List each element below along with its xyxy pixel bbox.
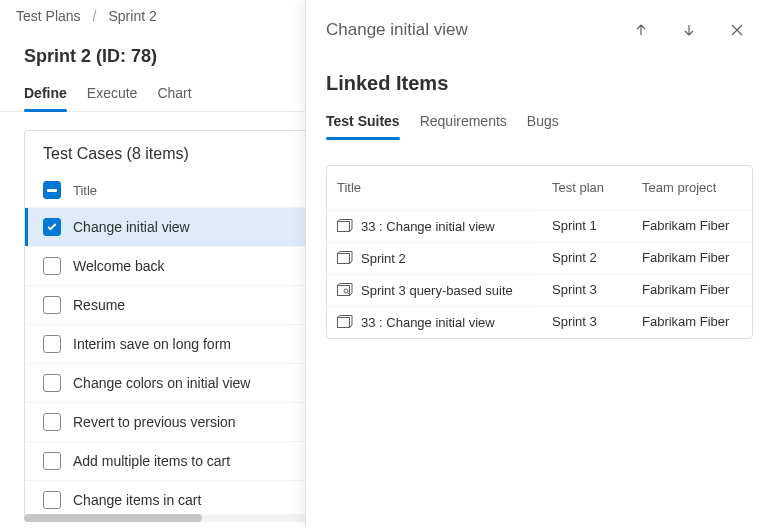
next-arrow-icon[interactable] — [673, 14, 705, 46]
row-title: Sprint 2 — [361, 251, 406, 266]
panel-title: Change initial view — [326, 20, 609, 40]
row-project: Fabrikam Fiber — [632, 274, 752, 306]
list-item-title: Change initial view — [73, 219, 190, 235]
svg-rect-4 — [338, 318, 350, 328]
svg-point-3 — [344, 289, 348, 293]
tab-requirements[interactable]: Requirements — [420, 105, 507, 139]
prev-arrow-icon[interactable] — [625, 14, 657, 46]
list-item-title: Welcome back — [73, 258, 165, 274]
checkbox[interactable] — [43, 413, 61, 431]
breadcrumb-separator: / — [93, 8, 97, 24]
row-plan: Sprint 2 — [542, 242, 632, 274]
tab-chart[interactable]: Chart — [157, 77, 191, 111]
suite-icon — [337, 219, 353, 233]
breadcrumb-current[interactable]: Sprint 2 — [108, 8, 156, 24]
suite-icon — [337, 251, 353, 265]
checkbox[interactable] — [43, 335, 61, 353]
checkbox[interactable] — [43, 218, 61, 236]
close-icon[interactable] — [721, 14, 753, 46]
suite-icon — [337, 283, 353, 297]
row-plan: Sprint 1 — [542, 210, 632, 242]
checkbox[interactable] — [43, 296, 61, 314]
tab-execute[interactable]: Execute — [87, 77, 138, 111]
side-panel: Change initial view Linked Items Test Su… — [305, 0, 773, 528]
col-test-plan[interactable]: Test plan — [542, 166, 632, 210]
checkbox[interactable] — [43, 452, 61, 470]
table-row[interactable]: Sprint 2Sprint 2Fabrikam Fiber — [327, 242, 752, 274]
suite-icon — [337, 315, 353, 329]
list-item-title: Interim save on long form — [73, 336, 231, 352]
svg-rect-1 — [338, 254, 350, 264]
row-project: Fabrikam Fiber — [632, 210, 752, 242]
table-row[interactable]: 33 : Change initial viewSprint 3Fabrikam… — [327, 306, 752, 338]
tab-bugs[interactable]: Bugs — [527, 105, 559, 139]
list-item-title: Add multiple items to cart — [73, 453, 230, 469]
column-title[interactable]: Title — [73, 183, 97, 198]
checkbox[interactable] — [43, 491, 61, 509]
tab-test-suites[interactable]: Test Suites — [326, 105, 400, 139]
svg-rect-0 — [338, 222, 350, 232]
col-team-project[interactable]: Team project — [632, 166, 752, 210]
table-row[interactable]: 33 : Change initial viewSprint 1Fabrikam… — [327, 210, 752, 242]
linked-items-table: Title Test plan Team project 33 : Change… — [326, 165, 753, 339]
list-item-title: Resume — [73, 297, 125, 313]
row-project: Fabrikam Fiber — [632, 242, 752, 274]
panel-tabs: Test Suites Requirements Bugs — [306, 105, 773, 139]
list-item-title: Revert to previous version — [73, 414, 236, 430]
select-all-checkbox[interactable] — [43, 181, 61, 199]
checkbox[interactable] — [43, 374, 61, 392]
checkbox[interactable] — [43, 257, 61, 275]
col-title[interactable]: Title — [327, 166, 542, 210]
table-row[interactable]: Sprint 3 query-based suiteSprint 3Fabrik… — [327, 274, 752, 306]
list-item-title: Change items in cart — [73, 492, 201, 508]
row-title: 33 : Change initial view — [361, 219, 495, 234]
linked-items-title: Linked Items — [306, 54, 773, 105]
row-plan: Sprint 3 — [542, 306, 632, 338]
row-title: 33 : Change initial view — [361, 315, 495, 330]
breadcrumb-root[interactable]: Test Plans — [16, 8, 81, 24]
tab-define[interactable]: Define — [24, 77, 67, 111]
row-project: Fabrikam Fiber — [632, 306, 752, 338]
list-item-title: Change colors on initial view — [73, 375, 250, 391]
row-plan: Sprint 3 — [542, 274, 632, 306]
row-title: Sprint 3 query-based suite — [361, 283, 513, 298]
